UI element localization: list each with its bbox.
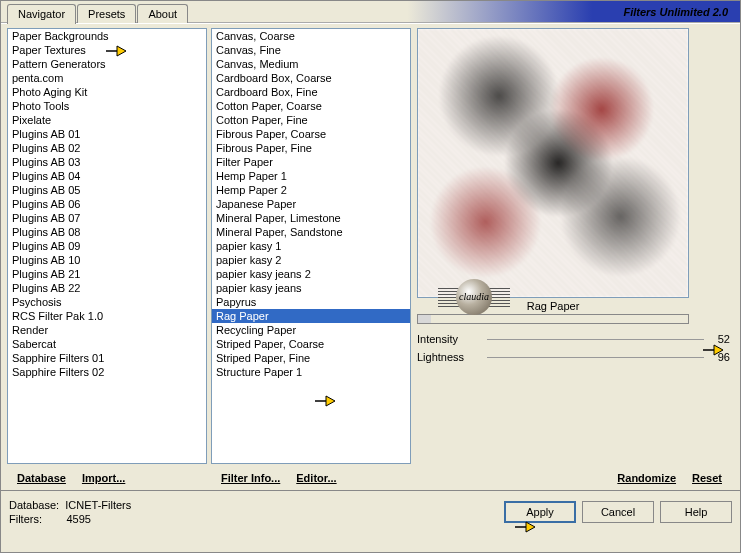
list-item[interactable]: Mineral Paper, Limestone bbox=[212, 211, 410, 225]
slider-intensity[interactable]: Intensity 52 bbox=[417, 330, 734, 348]
tab-navigator[interactable]: Navigator bbox=[7, 4, 76, 24]
preview-image bbox=[417, 28, 689, 298]
reset-button[interactable]: Reset bbox=[686, 470, 728, 486]
list-item[interactable]: Paper Backgrounds bbox=[8, 29, 206, 43]
filterinfo-button[interactable]: Filter Info... bbox=[215, 470, 286, 486]
intensity-value: 52 bbox=[704, 333, 734, 345]
list-item[interactable]: Plugins AB 08 bbox=[8, 225, 206, 239]
list-item[interactable]: Canvas, Coarse bbox=[212, 29, 410, 43]
list-item[interactable]: Pattern Generators bbox=[8, 57, 206, 71]
db-value: ICNET-Filters bbox=[65, 499, 131, 511]
db-label: Database: bbox=[9, 499, 59, 511]
list-item[interactable]: Fibrous Paper, Fine bbox=[212, 141, 410, 155]
filters-label: Filters: bbox=[9, 513, 42, 525]
preview-progress[interactable] bbox=[417, 314, 689, 324]
slider-lightness[interactable]: Lightness 96 bbox=[417, 348, 734, 366]
list-item[interactable]: Canvas, Medium bbox=[212, 57, 410, 71]
tab-strip: Navigator Presets About bbox=[7, 1, 189, 23]
list-item[interactable]: Striped Paper, Coarse bbox=[212, 337, 410, 351]
list-item[interactable]: Rag Paper bbox=[212, 309, 410, 323]
list-item[interactable]: Cotton Paper, Fine bbox=[212, 113, 410, 127]
list-item[interactable]: Cardboard Box, Fine bbox=[212, 85, 410, 99]
list-item[interactable]: Plugins AB 03 bbox=[8, 155, 206, 169]
filter-list[interactable]: Canvas, CoarseCanvas, FineCanvas, Medium… bbox=[211, 28, 411, 464]
list-item[interactable]: Sapphire Filters 01 bbox=[8, 351, 206, 365]
list-item[interactable]: Papyrus bbox=[212, 295, 410, 309]
list-item[interactable]: Plugins AB 07 bbox=[8, 211, 206, 225]
list-item[interactable]: RCS Filter Pak 1.0 bbox=[8, 309, 206, 323]
list-item[interactable]: papier kasy 2 bbox=[212, 253, 410, 267]
list-item[interactable]: Sapphire Filters 02 bbox=[8, 365, 206, 379]
list-item[interactable]: Fibrous Paper, Coarse bbox=[212, 127, 410, 141]
list-item[interactable]: Paper Textures bbox=[8, 43, 206, 57]
list-item[interactable]: Hemp Paper 2 bbox=[212, 183, 410, 197]
list-item[interactable]: Photo Aging Kit bbox=[8, 85, 206, 99]
list-item[interactable]: Structure Paper 1 bbox=[212, 365, 410, 379]
list-item[interactable]: Plugins AB 06 bbox=[8, 197, 206, 211]
list-item[interactable]: Sabercat bbox=[8, 337, 206, 351]
category-list[interactable]: Paper BackgroundsPaper TexturesPattern G… bbox=[7, 28, 207, 464]
apply-button[interactable]: Apply bbox=[504, 501, 576, 523]
list-item[interactable]: Japanese Paper bbox=[212, 197, 410, 211]
footer-bar: Database: ICNET-Filters Filters: 4595 Ap… bbox=[1, 490, 740, 532]
title-bar: Navigator Presets About Filters Unlimite… bbox=[1, 1, 740, 23]
list-item[interactable]: Render bbox=[8, 323, 206, 337]
list-item[interactable]: Filter Paper bbox=[212, 155, 410, 169]
list-item[interactable]: Plugins AB 01 bbox=[8, 127, 206, 141]
randomize-button[interactable]: Randomize bbox=[611, 470, 682, 486]
database-button[interactable]: Database bbox=[11, 470, 72, 486]
list-item[interactable]: Hemp Paper 1 bbox=[212, 169, 410, 183]
list-item[interactable]: Pixelate bbox=[8, 113, 206, 127]
tab-about[interactable]: About bbox=[137, 4, 188, 23]
list-item[interactable]: Plugins AB 10 bbox=[8, 253, 206, 267]
list-item[interactable]: Cotton Paper, Coarse bbox=[212, 99, 410, 113]
list-item[interactable]: papier kasy 1 bbox=[212, 239, 410, 253]
tab-presets[interactable]: Presets bbox=[77, 4, 136, 23]
list-item[interactable]: Recycling Paper bbox=[212, 323, 410, 337]
lightness-value: 96 bbox=[704, 351, 734, 363]
list-item[interactable]: Mineral Paper, Sandstone bbox=[212, 225, 410, 239]
editor-button[interactable]: Editor... bbox=[290, 470, 342, 486]
list-item[interactable]: Canvas, Fine bbox=[212, 43, 410, 57]
import-button[interactable]: Import... bbox=[76, 470, 131, 486]
app-title: Filters Unlimited 2.0 bbox=[623, 6, 728, 18]
list-item[interactable]: Cardboard Box, Coarse bbox=[212, 71, 410, 85]
filters-count: 4595 bbox=[66, 513, 90, 525]
list-item[interactable]: Plugins AB 05 bbox=[8, 183, 206, 197]
cancel-button[interactable]: Cancel bbox=[582, 501, 654, 523]
list-item[interactable]: Striped Paper, Fine bbox=[212, 351, 410, 365]
list-item[interactable]: papier kasy jeans bbox=[212, 281, 410, 295]
list-item[interactable]: Plugins AB 22 bbox=[8, 281, 206, 295]
list-item[interactable]: Plugins AB 09 bbox=[8, 239, 206, 253]
list-item[interactable]: Photo Tools bbox=[8, 99, 206, 113]
list-item[interactable]: Plugins AB 04 bbox=[8, 169, 206, 183]
list-item[interactable]: Plugins AB 02 bbox=[8, 141, 206, 155]
preview-label: Rag Paper bbox=[417, 300, 689, 312]
help-button[interactable]: Help bbox=[660, 501, 732, 523]
lightness-label: Lightness bbox=[417, 351, 487, 363]
list-item[interactable]: Psychosis bbox=[8, 295, 206, 309]
list-item[interactable]: penta.com bbox=[8, 71, 206, 85]
list-item[interactable]: Plugins AB 21 bbox=[8, 267, 206, 281]
intensity-label: Intensity bbox=[417, 333, 487, 345]
list-item[interactable]: papier kasy jeans 2 bbox=[212, 267, 410, 281]
